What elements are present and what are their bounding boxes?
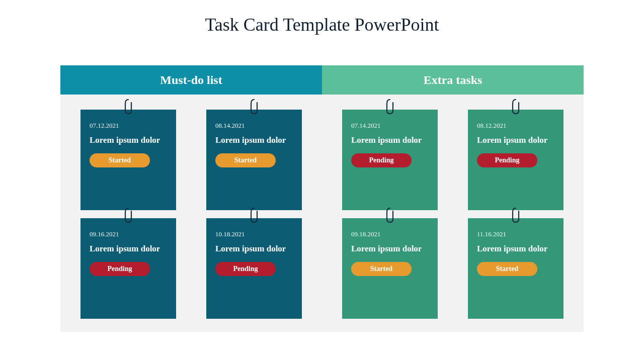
task-card: 10.18.2021 Lorem ipsum dolor Pending <box>206 218 302 322</box>
task-card: 07.12.2021 Lorem ipsum dolor Started <box>80 110 176 213</box>
card-body: 08.14.2021 Lorem ipsum dolor Started <box>206 110 302 210</box>
card-body: 07.12.2021 Lorem ipsum dolor Started <box>80 110 176 210</box>
column-body: 07.14.2021 Lorem ipsum dolor Pending 08.… <box>322 95 584 332</box>
card-body: 10.18.2021 Lorem ipsum dolor Pending <box>206 218 302 319</box>
card-title: Lorem ipsum dolor <box>351 135 429 146</box>
card-date: 11.16.2021 <box>477 230 554 238</box>
card-body: 09.16.2021 Lorem ipsum dolor Pending <box>80 218 176 319</box>
card-date: 08.12.2021 <box>477 122 554 130</box>
card-title: Lorem ipsum dolor <box>477 243 554 255</box>
status-badge: Started <box>215 153 276 167</box>
card-date: 09.16.2021 <box>90 230 167 238</box>
paperclip-icon <box>249 207 259 225</box>
card-body: 11.16.2021 Lorem ipsum dolor Started <box>468 218 564 319</box>
status-badge: Pending <box>351 153 412 167</box>
card-date: 07.14.2021 <box>351 122 429 130</box>
status-badge: Started <box>90 153 150 167</box>
paperclip-icon <box>123 207 133 225</box>
column-header: Must-do list <box>60 65 322 95</box>
card-date: 08.14.2021 <box>215 122 293 130</box>
task-card: 09.18.2021 Lorem ipsum dolor Started <box>342 218 438 322</box>
task-card: 07.14.2021 Lorem ipsum dolor Pending <box>342 110 438 213</box>
column-must-do: Must-do list 07.12.2021 Lorem ipsum dolo… <box>60 65 322 332</box>
card-title: Lorem ipsum dolor <box>90 135 167 146</box>
status-badge: Started <box>351 262 412 276</box>
card-title: Lorem ipsum dolor <box>90 243 167 255</box>
status-badge: Pending <box>90 262 150 276</box>
card-title: Lorem ipsum dolor <box>351 243 429 255</box>
card-body: 09.18.2021 Lorem ipsum dolor Started <box>342 218 438 319</box>
paperclip-icon <box>511 207 521 225</box>
card-body: 08.12.2021 Lorem ipsum dolor Pending <box>468 110 564 210</box>
paperclip-icon <box>511 99 521 117</box>
card-date: 10.18.2021 <box>215 230 293 238</box>
paperclip-icon <box>123 99 133 117</box>
card-date: 07.12.2021 <box>90 122 167 130</box>
card-body: 07.14.2021 Lorem ipsum dolor Pending <box>342 110 438 210</box>
task-board: Must-do list 07.12.2021 Lorem ipsum dolo… <box>60 65 584 332</box>
column-header: Extra tasks <box>322 65 584 95</box>
status-badge: Pending <box>215 262 276 276</box>
paperclip-icon <box>385 207 395 225</box>
task-card: 08.12.2021 Lorem ipsum dolor Pending <box>468 110 564 213</box>
column-extra-tasks: Extra tasks 07.14.2021 Lorem ipsum dolor… <box>322 65 584 332</box>
status-badge: Started <box>477 262 537 276</box>
card-title: Lorem ipsum dolor <box>477 135 554 146</box>
task-card: 11.16.2021 Lorem ipsum dolor Started <box>468 218 564 322</box>
status-badge: Pending <box>477 153 537 167</box>
column-body: 07.12.2021 Lorem ipsum dolor Started 08.… <box>60 95 322 332</box>
paperclip-icon <box>249 99 259 117</box>
card-title: Lorem ipsum dolor <box>215 135 293 146</box>
card-title: Lorem ipsum dolor <box>215 243 293 255</box>
slide-title: Task Card Template PowerPoint <box>0 0 644 35</box>
paperclip-icon <box>385 99 395 117</box>
task-card: 09.16.2021 Lorem ipsum dolor Pending <box>80 218 176 322</box>
task-card: 08.14.2021 Lorem ipsum dolor Started <box>206 110 302 213</box>
card-date: 09.18.2021 <box>351 230 429 238</box>
